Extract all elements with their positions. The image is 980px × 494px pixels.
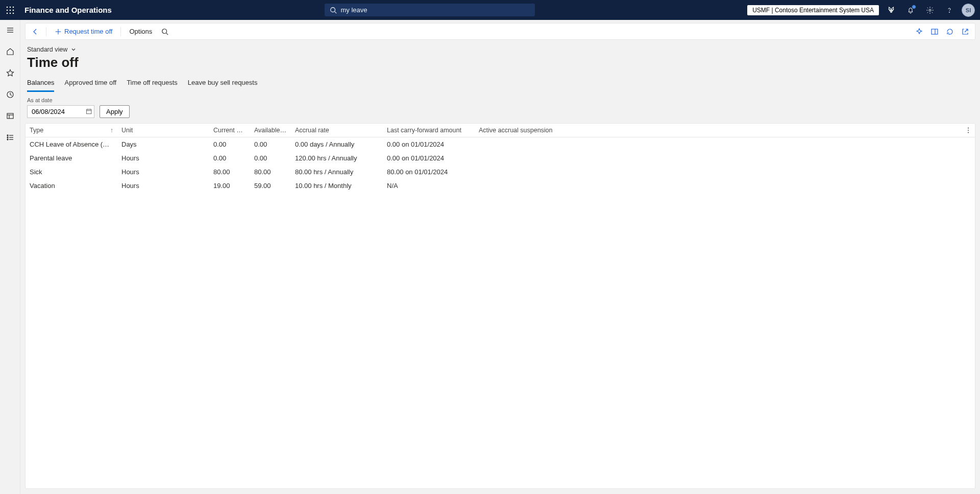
request-time-off-label: Request time off	[64, 28, 112, 35]
divider	[46, 27, 46, 36]
user-avatar[interactable]: SI	[962, 4, 975, 17]
svg-point-38	[968, 132, 969, 133]
svg-point-11	[929, 9, 931, 11]
workspace-icon	[6, 112, 14, 120]
view-switcher[interactable]: Standard view	[27, 45, 77, 54]
svg-point-0	[7, 6, 8, 8]
options-label: Options	[129, 28, 152, 35]
svg-point-7	[10, 12, 11, 14]
cell-unit: Hours	[117, 151, 209, 165]
rail-home-button[interactable]	[4, 45, 16, 58]
copilot-panel-button[interactable]	[913, 25, 926, 38]
rail-recent-button[interactable]	[4, 88, 16, 101]
cell-available: 80.00	[250, 165, 291, 179]
col-type-label: Type	[30, 127, 43, 134]
svg-point-2	[13, 6, 14, 8]
tab-time-off-requests[interactable]: Time off requests	[127, 76, 178, 92]
arrow-left-icon	[31, 28, 39, 36]
view-name: Standard view	[27, 46, 67, 53]
rail-favorites-button[interactable]	[4, 67, 16, 79]
svg-point-12	[949, 12, 949, 12]
col-accrual-rate[interactable]: Accrual rate	[291, 124, 383, 137]
cell-unit: Days	[117, 137, 209, 151]
cell-type: CCH Leave of Absence (Unpaid)	[26, 137, 117, 151]
table-row[interactable]: Parental leave Hours 0.00 0.00 120.00 hr…	[26, 151, 975, 165]
cell-unit: Hours	[117, 179, 209, 193]
popout-button[interactable]	[959, 25, 972, 38]
tab-leave-buy-sell[interactable]: Leave buy sell requests	[188, 76, 258, 92]
help-icon	[945, 6, 953, 14]
calendar-icon[interactable]	[86, 108, 92, 115]
side-panel-button[interactable]	[928, 25, 941, 38]
cell-current: 0.00	[209, 151, 250, 165]
svg-point-36	[968, 127, 969, 128]
col-available-balance[interactable]: Available bala...	[250, 124, 291, 137]
col-carry-forward[interactable]: Last carry-forward amount	[383, 124, 475, 137]
cell-available: 59.00	[250, 179, 291, 193]
global-search-input[interactable]	[337, 6, 530, 14]
col-current-balance[interactable]: Current balance	[209, 124, 250, 137]
rail-expand-button[interactable]	[4, 24, 16, 36]
clock-icon	[6, 90, 14, 99]
as-at-date-label: As at date	[27, 97, 94, 103]
brand-title[interactable]: Finance and Operations	[24, 6, 112, 14]
cell-accrual: 80.00 hrs / Annually	[291, 165, 383, 179]
legal-entity-picker[interactable]: USMF | Contoso Entertainment System USA	[747, 5, 879, 15]
settings-button[interactable]	[923, 3, 937, 17]
table-row[interactable]: Vacation Hours 19.00 59.00 10.00 hrs / M…	[26, 179, 975, 193]
divider	[120, 27, 121, 36]
sort-asc-icon: ↑	[110, 127, 113, 134]
svg-point-22	[7, 137, 8, 138]
rail-modules-button[interactable]	[4, 131, 16, 144]
help-button[interactable]	[942, 3, 957, 17]
svg-rect-32	[86, 109, 91, 114]
tab-balances[interactable]: Balances	[27, 76, 54, 92]
options-button[interactable]: Options	[125, 26, 156, 37]
cell-suspension	[475, 179, 961, 193]
cell-accrual: 120.00 hrs / Annually	[291, 151, 383, 165]
tab-strip: Balances Approved time off Time off requ…	[25, 76, 975, 92]
cell-suspension	[475, 137, 961, 151]
svg-point-20	[7, 135, 8, 136]
app-launcher-button[interactable]	[3, 3, 17, 17]
col-type[interactable]: Type↑	[26, 124, 117, 137]
col-suspension[interactable]: Active accrual suspension	[475, 124, 961, 137]
form-search-button[interactable]	[158, 25, 172, 38]
refresh-icon	[946, 28, 954, 36]
list-icon	[6, 133, 14, 142]
notifications-button[interactable]	[903, 3, 918, 17]
refresh-button[interactable]	[943, 25, 957, 38]
global-header: Finance and Operations USMF | Contoso En…	[0, 0, 980, 20]
as-at-date-field[interactable]	[27, 105, 94, 118]
tab-approved-time-off[interactable]: Approved time off	[64, 76, 116, 92]
table-row[interactable]: Sick Hours 80.00 80.00 80.00 hrs / Annua…	[26, 165, 975, 179]
action-pane: Request time off Options	[25, 23, 975, 40]
col-unit[interactable]: Unit	[117, 124, 209, 137]
copilot-button[interactable]	[884, 3, 898, 17]
rail-workspaces-button[interactable]	[4, 110, 16, 122]
cell-carry: 0.00 on 01/01/2024	[383, 137, 475, 151]
more-vertical-icon	[965, 127, 972, 134]
search-icon	[330, 7, 337, 14]
svg-point-5	[13, 9, 14, 11]
balances-grid: Type↑ Unit Current balance Available bal…	[25, 123, 975, 489]
table-row[interactable]: CCH Leave of Absence (Unpaid) Days 0.00 …	[26, 137, 975, 151]
cell-type: Vacation	[26, 179, 117, 193]
cell-carry: 0.00 on 01/01/2024	[383, 151, 475, 165]
cell-carry: N/A	[383, 179, 475, 193]
back-button[interactable]	[29, 25, 42, 38]
cell-available: 0.00	[250, 151, 291, 165]
copilot-icon	[887, 6, 896, 15]
plus-icon	[55, 28, 62, 35]
apply-button[interactable]: Apply	[100, 105, 130, 118]
svg-line-10	[334, 11, 336, 13]
as-at-date-input[interactable]	[31, 107, 86, 116]
sparkle-icon	[915, 28, 923, 36]
global-search[interactable]	[325, 4, 535, 16]
grid-options-button[interactable]	[961, 124, 975, 137]
star-icon	[6, 69, 14, 77]
request-time-off-button[interactable]: Request time off	[51, 26, 116, 37]
cell-current: 80.00	[209, 165, 250, 179]
svg-point-4	[10, 9, 11, 11]
popout-icon	[961, 28, 969, 36]
